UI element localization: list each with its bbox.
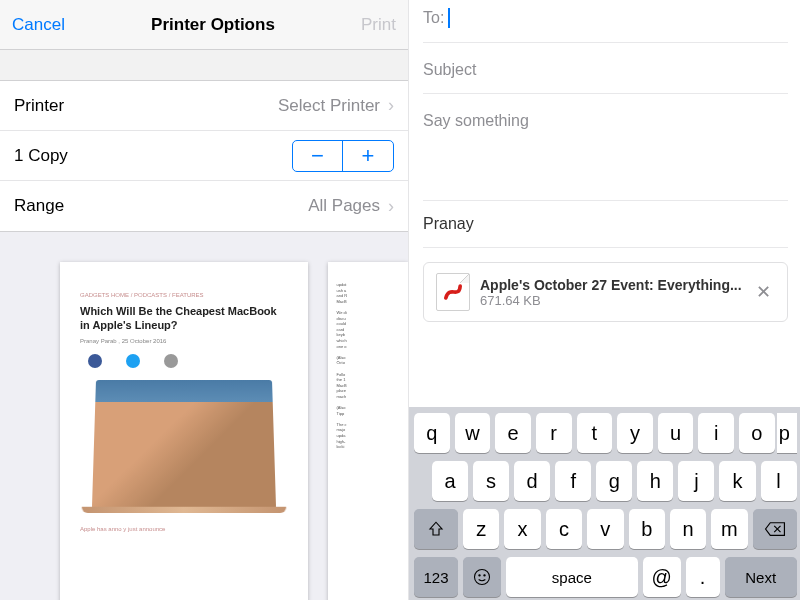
email-compose-pane: To: Subject Say something Pranay Apple's…	[408, 0, 800, 600]
dot-key[interactable]: .	[686, 557, 720, 597]
to-field[interactable]: To:	[423, 0, 788, 43]
range-row[interactable]: Range All Pages ›	[0, 181, 408, 231]
keyboard-row-1: q w e r t y u i o p	[412, 413, 799, 453]
key-z[interactable]: z	[463, 509, 499, 549]
article-title: Which Will Be the Cheapest MacBook in Ap…	[80, 304, 288, 333]
key-p[interactable]: p	[777, 413, 797, 453]
copies-stepper: − +	[292, 140, 394, 172]
body-field[interactable]: Say something	[423, 94, 788, 200]
keyboard-row-2: a s d f g h j k l	[412, 461, 799, 501]
chevron-right-icon: ›	[388, 95, 394, 116]
numbers-key[interactable]: 123	[414, 557, 458, 597]
facebook-icon	[88, 354, 102, 368]
page-1-thumbnail[interactable]: GADGETS HOME / PODCASTS / FEATURES Which…	[60, 262, 308, 600]
pdf-icon	[436, 273, 470, 311]
key-t[interactable]: t	[577, 413, 613, 453]
social-icons	[80, 354, 288, 368]
key-f[interactable]: f	[555, 461, 591, 501]
next-key[interactable]: Next	[725, 557, 797, 597]
key-d[interactable]: d	[514, 461, 550, 501]
emoji-key[interactable]	[463, 557, 501, 597]
cancel-button[interactable]: Cancel	[12, 15, 65, 35]
attachment-card[interactable]: Apple's October 27 Event: Everything... …	[423, 262, 788, 322]
body-placeholder: Say something	[423, 112, 529, 130]
nav-title: Printer Options	[151, 15, 275, 35]
key-k[interactable]: k	[719, 461, 755, 501]
to-label: To:	[423, 9, 444, 27]
key-a[interactable]: a	[432, 461, 468, 501]
key-v[interactable]: v	[587, 509, 623, 549]
key-h[interactable]: h	[637, 461, 673, 501]
twitter-icon	[126, 354, 140, 368]
key-r[interactable]: r	[536, 413, 572, 453]
range-value: All Pages ›	[308, 196, 394, 217]
svg-point-2	[475, 570, 490, 585]
keyboard-row-4: 123 space @ . Next	[412, 557, 799, 597]
key-j[interactable]: j	[678, 461, 714, 501]
key-g[interactable]: g	[596, 461, 632, 501]
subject-label: Subject	[423, 61, 476, 79]
keyboard: q w e r t y u i o p a s d f g h j k l z	[409, 407, 800, 600]
key-b[interactable]: b	[629, 509, 665, 549]
page-2-thumbnail[interactable]: updat ush a and R MacB We di discu could…	[328, 262, 408, 600]
key-x[interactable]: x	[504, 509, 540, 549]
range-label: Range	[14, 196, 64, 216]
key-y[interactable]: y	[617, 413, 653, 453]
key-c[interactable]: c	[546, 509, 582, 549]
text-cursor	[448, 8, 450, 28]
backspace-key[interactable]	[753, 509, 797, 549]
key-n[interactable]: n	[670, 509, 706, 549]
key-s[interactable]: s	[473, 461, 509, 501]
shift-key[interactable]	[414, 509, 458, 549]
decrement-button[interactable]: −	[293, 141, 343, 171]
article-image	[92, 380, 276, 509]
signature-field[interactable]: Pranay	[423, 200, 788, 248]
space-key[interactable]: space	[506, 557, 638, 597]
key-e[interactable]: e	[495, 413, 531, 453]
print-button[interactable]: Print	[361, 15, 396, 35]
attachment-size: 671.64 KB	[480, 293, 742, 308]
key-i[interactable]: i	[698, 413, 734, 453]
article-footer-text: Apple has anno y just announce	[80, 526, 288, 532]
subject-field[interactable]: Subject	[423, 43, 788, 94]
key-l[interactable]: l	[761, 461, 797, 501]
page-preview-area: GADGETS HOME / PODCASTS / FEATURES Which…	[0, 232, 408, 600]
remove-attachment-button[interactable]: ✕	[752, 277, 775, 307]
signature-text: Pranay	[423, 215, 474, 232]
svg-point-4	[484, 575, 485, 576]
copies-label: 1 Copy	[14, 146, 68, 166]
key-o[interactable]: o	[739, 413, 775, 453]
attachment-info: Apple's October 27 Event: Everything... …	[480, 277, 742, 308]
copies-row: 1 Copy − +	[0, 131, 408, 181]
at-key[interactable]: @	[643, 557, 681, 597]
key-u[interactable]: u	[658, 413, 694, 453]
chevron-right-icon: ›	[388, 196, 394, 217]
printer-options-pane: Cancel Printer Options Print Printer Sel…	[0, 0, 408, 600]
article-byline: Pranay Parab , 25 October 2016	[80, 338, 288, 344]
compose-fields: To: Subject Say something Pranay Apple's…	[409, 0, 800, 322]
svg-point-3	[479, 575, 480, 576]
printer-label: Printer	[14, 96, 64, 116]
page-2-text: updat ush a and R MacB We di discu could…	[336, 282, 400, 450]
nav-header: Cancel Printer Options Print	[0, 0, 408, 50]
email-icon	[164, 354, 178, 368]
increment-button[interactable]: +	[343, 141, 393, 171]
attachment-title: Apple's October 27 Event: Everything...	[480, 277, 742, 293]
keyboard-row-3: z x c v b n m	[412, 509, 799, 549]
key-w[interactable]: w	[455, 413, 491, 453]
print-settings: Printer Select Printer › 1 Copy − + Rang…	[0, 80, 408, 232]
printer-value: Select Printer ›	[278, 95, 394, 116]
key-q[interactable]: q	[414, 413, 450, 453]
printer-row[interactable]: Printer Select Printer ›	[0, 81, 408, 131]
key-m[interactable]: m	[711, 509, 747, 549]
article-categories: GADGETS HOME / PODCASTS / FEATURES	[80, 292, 288, 298]
